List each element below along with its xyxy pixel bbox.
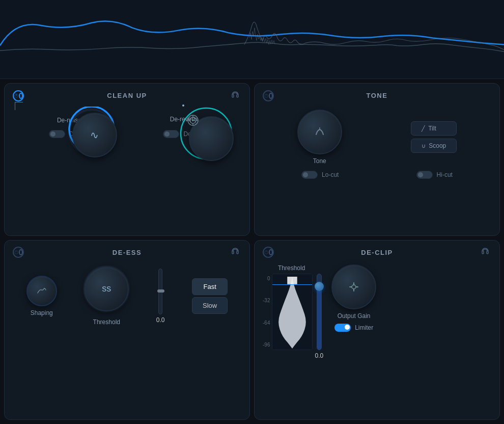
tone-label: Tone — [313, 157, 326, 165]
cleanup-listen-button[interactable] — [230, 90, 241, 101]
shaping-knob-container: Shaping — [26, 276, 57, 316]
dereverb-knob-container: De-reverb — [170, 111, 197, 123]
db-64: -64 — [263, 320, 270, 326]
db-0: 0 — [263, 276, 270, 281]
waveform-display — [0, 0, 504, 79]
svg-point-6 — [192, 119, 194, 121]
declip-waveform — [272, 274, 313, 350]
tone-toggles: Lo-cut Hi-cut — [263, 171, 491, 179]
deess-power-button[interactable] — [13, 247, 24, 258]
tone-buttons: ╱ Tilt ∪ Scoop — [411, 121, 457, 153]
fast-slow-buttons: Fast Slow — [192, 278, 228, 314]
locut-toggle[interactable] — [301, 171, 318, 179]
scoop-label: Scoop — [429, 142, 446, 149]
deess-panel: DE-ESS Shaping — [4, 240, 250, 420]
deess-threshold-arc[interactable]: ss — [84, 267, 129, 311]
declip-title: DE-CLIP — [361, 249, 393, 256]
limiter-toggle[interactable] — [334, 324, 351, 332]
hicut-group: Hi-cut — [416, 171, 453, 179]
bracket-tl — [15, 102, 23, 110]
output-gain-container: Output Gain — [331, 264, 376, 320]
tone-power-button[interactable] — [263, 90, 274, 101]
tone-knob[interactable] — [297, 110, 342, 154]
slow-button[interactable]: Slow — [192, 297, 228, 314]
thresh-value: 0.0 — [315, 352, 323, 359]
svg-rect-20 — [288, 276, 298, 284]
threshold-section: Threshold 0 -32 -64 -96 — [263, 264, 323, 359]
thresh-thumb[interactable] — [315, 282, 324, 291]
cleanup-header: CLEAN UP — [13, 92, 241, 99]
scoop-icon: ∪ — [422, 143, 426, 149]
dereverb-knob[interactable] — [189, 116, 234, 161]
limiter-row: Limiter — [334, 324, 373, 332]
deess-title: DE-ESS — [113, 249, 142, 256]
tone-panel: TONE Tone ╱ Tilt ∪ — [254, 83, 500, 236]
locut-label: Lo-cut — [322, 171, 339, 178]
deess-threshold-value: 0.0 — [156, 316, 165, 324]
tone-knob-container: Tone — [297, 110, 342, 165]
cleanup-title: CLEAN UP — [107, 92, 147, 99]
tilt-label: Tilt — [428, 125, 436, 132]
thresh-track[interactable] — [317, 274, 322, 350]
declip-listen-button[interactable] — [480, 247, 491, 258]
db-32: -32 — [263, 298, 270, 303]
tone-header: TONE — [263, 92, 491, 99]
deess-slider-track[interactable] — [158, 269, 162, 314]
cleanup-knobs-row: ∿ De-noise — [13, 105, 241, 130]
deess-threshold-label: Threshold — [93, 319, 120, 326]
dehum-toggle[interactable] — [49, 130, 65, 138]
declip-panel: DE-CLIP Threshold 0 -32 -64 -96 — [254, 240, 500, 420]
threshold-display: 0 -32 -64 -96 — [263, 274, 323, 359]
threshold-slider: 0.0 — [315, 274, 323, 359]
output-gain-knob[interactable] — [331, 264, 376, 309]
locut-group: Lo-cut — [301, 171, 339, 179]
svg-point-25 — [352, 285, 356, 289]
deess-main: Shaping ss Threshold — [13, 262, 241, 332]
declip-power-button[interactable] — [263, 247, 274, 258]
tilt-icon: ╱ — [422, 125, 425, 132]
deess-header: DE-ESS — [13, 249, 241, 256]
db-scale: 0 -32 -64 -96 — [263, 274, 270, 350]
declip-main: Threshold 0 -32 -64 -96 — [263, 262, 491, 363]
panels-container: CLEAN UP ∿ — [0, 79, 504, 424]
clip-line — [272, 284, 312, 285]
cleanup-power-button[interactable] — [13, 90, 24, 101]
limiter-label: Limiter — [355, 324, 373, 331]
hicut-label: Hi-cut — [437, 171, 453, 178]
thresh-fill — [317, 291, 321, 350]
fast-button[interactable]: Fast — [192, 278, 228, 295]
scoop-button[interactable]: ∪ Scoop — [411, 139, 457, 153]
tone-title: TONE — [367, 92, 388, 99]
dereverb-indicator — [182, 104, 184, 107]
deess-slider: 0.0 — [156, 269, 165, 324]
tilt-button[interactable]: ╱ Tilt — [411, 121, 457, 136]
hicut-toggle[interactable] — [416, 171, 433, 179]
deess-slider-thumb[interactable] — [157, 289, 164, 293]
declip-header: DE-CLIP — [263, 249, 491, 256]
denoise-knob-container: ∿ De-noise — [57, 110, 81, 124]
output-section: Output Gain Limiter — [331, 264, 376, 332]
declick-toggle[interactable] — [163, 130, 179, 138]
db-96: -96 — [263, 342, 270, 348]
denoise-knob[interactable]: ∿ — [72, 113, 117, 157]
output-gain-label: Output Gain — [338, 312, 371, 320]
deess-threshold-knob-container: ss Threshold — [84, 267, 129, 326]
shaping-knob[interactable] — [26, 276, 57, 306]
cleanup-panel: CLEAN UP ∿ — [4, 83, 250, 236]
deess-threshold-knob[interactable]: ss — [84, 267, 129, 311]
deess-listen-button[interactable] — [230, 247, 241, 258]
shaping-label: Shaping — [31, 309, 53, 316]
threshold-section-label: Threshold — [278, 264, 305, 272]
tone-main: Tone ╱ Tilt ∪ Scoop — [263, 105, 491, 171]
